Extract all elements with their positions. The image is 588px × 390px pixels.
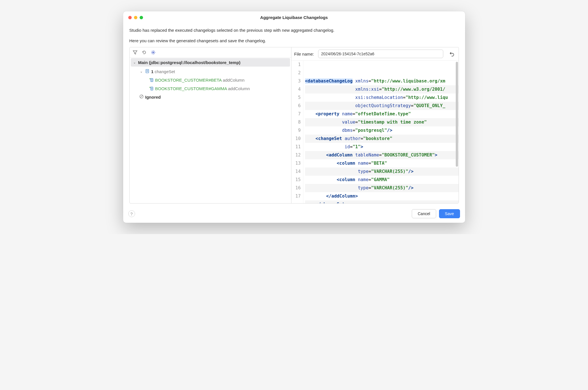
line-number: 10 (291, 135, 301, 143)
editor-pane: File name: 1234567891011121314151617 <da… (291, 47, 459, 203)
svg-point-0 (152, 52, 154, 53)
line-number: 14 (291, 168, 301, 176)
code-line[interactable]: <changeSet author="bookstore" (305, 135, 459, 143)
undo-icon[interactable] (447, 50, 456, 58)
line-number: 8 (291, 118, 301, 126)
line-number: 13 (291, 159, 301, 168)
line-number: 15 (291, 176, 301, 184)
window-title: Aggregate Liquibase Changelogs (123, 15, 465, 20)
code-line[interactable]: xsi:schemaLocation="http://www.liqu (305, 94, 459, 102)
close-icon[interactable] (128, 16, 132, 19)
dialog-window: Aggregate Liquibase Changelogs Studio ha… (123, 11, 465, 223)
line-number: 1 (291, 61, 301, 69)
gear-icon[interactable] (151, 50, 156, 55)
minimize-icon[interactable] (134, 16, 137, 19)
chevron-down-icon[interactable]: ⌄ (133, 60, 136, 64)
add-column-icon (149, 78, 154, 82)
code-line[interactable]: xmlns:xsi="http://www.w3.org/2001/ (305, 85, 459, 94)
tree-ignored[interactable]: Ignored (130, 93, 291, 101)
code-line[interactable]: <column name="BETA" (305, 159, 459, 168)
intro-line-1: Studio has replaced the executed changel… (129, 28, 459, 33)
tree-item-label: BOOKSTORE_CUSTOMER#GAMMA addColumn (155, 86, 250, 91)
vertical-scrollbar[interactable] (456, 62, 458, 167)
help-icon[interactable]: ? (128, 210, 135, 217)
line-number: 12 (291, 151, 301, 159)
dialog-footer: ? Cancel Save (123, 206, 465, 223)
file-name-label: File name: (294, 52, 314, 56)
code-line[interactable]: value="timestamp with time zone" (305, 118, 459, 126)
zoom-icon[interactable] (140, 16, 143, 19)
line-number: 2 (291, 69, 301, 77)
code-line[interactable]: <property name="offsetDateTime.type" (305, 110, 459, 118)
document-icon (145, 69, 150, 74)
line-number: 5 (291, 94, 301, 102)
line-number: 7 (291, 110, 301, 118)
cancel-button[interactable]: Cancel (412, 209, 436, 218)
tree-root[interactable]: ⌄ Main (jdbc:postgresql://localhost/book… (131, 58, 290, 67)
code-line[interactable]: dbms="postgresql"/> (305, 126, 459, 135)
tree-pane: ⌄ Main (jdbc:postgresql://localhost/book… (130, 47, 291, 203)
line-gutter: 1234567891011121314151617 (291, 61, 303, 203)
code-editor[interactable]: 1234567891011121314151617 <databaseChang… (291, 61, 459, 203)
intro-line-2: Here you can review the generated change… (129, 38, 459, 43)
save-button[interactable]: Save (439, 209, 460, 218)
code-line[interactable]: <addColumn tableName="BOOKSTORE_CUSTOMER… (305, 151, 459, 159)
traffic-lights (123, 16, 143, 19)
tree-item-label: BOOKSTORE_CUSTOMER#BETA addColumn (155, 78, 245, 82)
changeset-tree[interactable]: ⌄ Main (jdbc:postgresql://localhost/book… (130, 58, 291, 203)
code-line[interactable]: <column name="GAMMA" (305, 176, 459, 184)
line-number: 4 (291, 85, 301, 94)
add-column-icon (149, 86, 154, 91)
changeset-label: 1 changeSet (151, 69, 175, 74)
content-split: ⌄ Main (jdbc:postgresql://localhost/book… (129, 47, 459, 204)
code-line[interactable]: </changeSet> (305, 200, 459, 203)
tree-toolbar (130, 47, 291, 58)
line-number: 16 (291, 184, 301, 192)
ignored-icon (139, 94, 144, 99)
chevron-down-icon[interactable]: ⌄ (139, 69, 143, 73)
tree-changeset[interactable]: ⌄ 1 changeSet (130, 67, 291, 76)
tree-root-label: Main (jdbc:postgresql://localhost/bookst… (138, 60, 241, 65)
code-line[interactable]: <databaseChangeLog xmlns="http://www.liq… (305, 77, 459, 85)
code-line[interactable]: objectQuotingStrategy="QUOTE_ONLY_ (305, 102, 459, 110)
titlebar: Aggregate Liquibase Changelogs (123, 11, 465, 24)
file-name-row: File name: (291, 47, 459, 61)
line-number: 9 (291, 126, 301, 135)
refresh-icon[interactable] (142, 50, 147, 55)
line-number: 17 (291, 192, 301, 200)
line-number: 3 (291, 77, 301, 85)
code-line[interactable]: id="1"> (305, 143, 459, 151)
filter-icon[interactable] (133, 50, 138, 55)
svg-rect-1 (146, 69, 149, 73)
file-name-input[interactable] (318, 50, 443, 58)
code-line[interactable]: type="VARCHAR(255)"/> (305, 168, 459, 176)
line-number: 11 (291, 143, 301, 151)
line-number: 6 (291, 102, 301, 110)
ignored-label: Ignored (145, 95, 161, 99)
code-line[interactable]: type="VARCHAR(255)"/> (305, 184, 459, 192)
code-area[interactable]: <databaseChangeLog xmlns="http://www.liq… (303, 61, 459, 203)
tree-item[interactable]: BOOKSTORE_CUSTOMER#BETA addColumn (130, 76, 291, 84)
tree-item[interactable]: BOOKSTORE_CUSTOMER#GAMMA addColumn (130, 84, 291, 93)
code-line[interactable]: </addColumn> (305, 192, 459, 200)
